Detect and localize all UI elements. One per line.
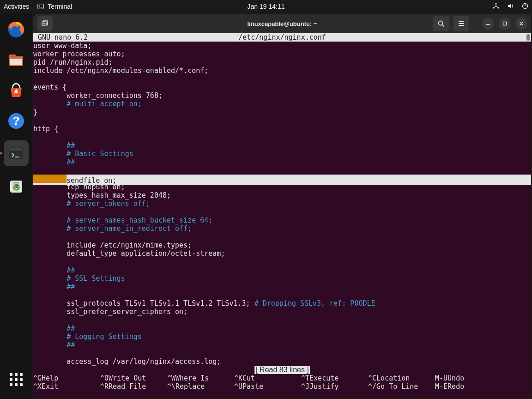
svg-rect-19 xyxy=(503,22,507,25)
maximize-button[interactable] xyxy=(499,18,511,30)
nano-shortcut: ^U Paste xyxy=(234,382,301,391)
nano-shortcut: ^\ Replace xyxy=(167,382,234,391)
svg-point-10 xyxy=(15,90,18,93)
nano-status-row: [ Read 83 lines ] xyxy=(33,366,531,374)
dock-item-software[interactable] xyxy=(5,79,27,102)
svg-rect-0 xyxy=(38,4,43,9)
svg-rect-8 xyxy=(10,59,22,65)
nano-header: GNU nano 6.2 /etc/nginx/nginx.conf xyxy=(33,33,531,42)
dock-item-terminal[interactable] xyxy=(4,140,29,166)
svg-text:?: ? xyxy=(13,115,20,127)
nano-shortcut: ^W Where Is xyxy=(167,374,234,382)
minimize-button[interactable] xyxy=(482,18,494,30)
hamburger-menu-button[interactable] xyxy=(453,16,469,31)
volume-indicator-icon[interactable] xyxy=(507,3,514,11)
dock-item-files[interactable] xyxy=(5,49,27,71)
window-titlebar[interactable]: linuxcapable@ubuntu: ~ xyxy=(33,14,531,33)
svg-rect-9 xyxy=(11,56,22,57)
nano-shortcut: ^X Exit xyxy=(33,382,100,391)
terminal-window: linuxcapable@ubuntu: ~ GNU nano 6.2 /etc… xyxy=(33,14,531,398)
activities-button[interactable]: Activities xyxy=(4,3,29,10)
gnome-top-panel: Activities Terminal Jan 19 14:11 xyxy=(0,0,532,13)
search-button[interactable] xyxy=(433,16,449,31)
terminal-panel-icon xyxy=(37,3,44,10)
show-applications-button[interactable] xyxy=(5,369,27,391)
svg-point-18 xyxy=(439,21,443,25)
close-button[interactable] xyxy=(515,18,527,30)
nano-shortcut: M-E Redo xyxy=(435,382,464,391)
nano-shortcut: M-U Undo xyxy=(435,374,464,382)
nano-shortcut: ^J Justify xyxy=(301,382,368,391)
active-app-label: Terminal xyxy=(48,3,72,10)
nano-shortcut: ^O Write Out xyxy=(100,374,167,382)
scrollbar-thumb[interactable] xyxy=(526,34,530,41)
dock-item-firefox[interactable] xyxy=(5,18,27,41)
network-indicator-icon[interactable] xyxy=(492,3,500,11)
dock-item-help[interactable]: ? xyxy=(5,110,27,132)
apps-grid-icon xyxy=(10,373,23,386)
active-app-indicator[interactable]: Terminal xyxy=(37,3,72,10)
scrollbar[interactable] xyxy=(526,42,531,398)
nano-shortcut: ^T Execute xyxy=(301,374,368,382)
dock-item-trash[interactable] xyxy=(5,175,27,197)
new-tab-button[interactable] xyxy=(37,16,53,31)
nano-shortcut: ^R Read File xyxy=(100,382,167,391)
nano-shortcut-bar: ^G Help^O Write Out^W Where Is^K Cut^T E… xyxy=(33,374,531,391)
gnome-dock: ? xyxy=(0,13,32,399)
nano-app-label: GNU nano 6.2 xyxy=(33,33,88,42)
nano-shortcut: ^G Help xyxy=(33,374,100,382)
nano-shortcut: ^C Location xyxy=(368,374,435,382)
power-indicator-icon[interactable] xyxy=(522,3,528,11)
panel-clock[interactable]: Jan 19 14:11 xyxy=(248,3,285,10)
svg-rect-14 xyxy=(10,148,22,151)
window-title: linuxcapable@ubuntu: ~ xyxy=(248,20,317,27)
nano-editor-content[interactable]: user www-data;worker_processes auto;pid … xyxy=(33,42,531,366)
terminal-body[interactable]: GNU nano 6.2 /etc/nginx/nginx.conf user … xyxy=(33,33,531,398)
nano-file-path: /etc/nginx/nginx.conf xyxy=(238,33,326,42)
nano-shortcut: ^/ Go To Line xyxy=(368,382,435,391)
nano-shortcut: ^K Cut xyxy=(234,374,301,382)
nano-status-message: [ Read 83 lines ] xyxy=(254,366,310,374)
